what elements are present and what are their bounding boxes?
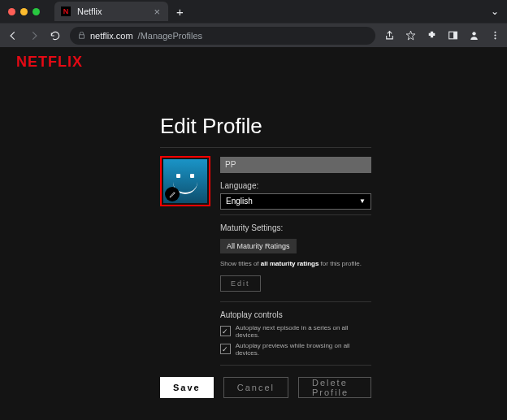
divider <box>220 301 371 302</box>
autoplay-next-label: Autoplay next episode in a series on all… <box>236 324 371 339</box>
profile-name-input[interactable] <box>220 157 371 173</box>
maturity-badge: All Maturity Ratings <box>220 239 297 253</box>
maturity-desc-suffix: for this profile. <box>318 260 361 267</box>
minimize-window-button[interactable] <box>20 8 28 15</box>
profile-row: Language: English ▼ <box>160 156 371 210</box>
netflix-logo[interactable]: NETFLIX <box>16 54 83 71</box>
toolbar-right <box>384 30 500 41</box>
tab-favicon: N <box>61 6 71 16</box>
maturity-desc-bold: all maturity ratings <box>261 260 319 267</box>
language-label: Language: <box>220 181 371 190</box>
autoplay-next-checkbox[interactable]: ✓ <box>220 326 231 336</box>
language-value: English <box>226 197 253 206</box>
bookmark-icon[interactable] <box>405 30 416 41</box>
divider <box>220 214 371 215</box>
svg-rect-1 <box>453 32 457 39</box>
tab-title: Netflix <box>77 6 147 16</box>
svg-point-2 <box>472 32 475 35</box>
edit-avatar-icon[interactable] <box>165 187 180 201</box>
cancel-button[interactable]: Cancel <box>223 377 288 398</box>
avatar[interactable] <box>160 156 210 206</box>
panel-icon[interactable] <box>447 30 458 41</box>
svg-point-5 <box>494 37 496 39</box>
language-select[interactable]: English ▼ <box>220 193 371 210</box>
page-body: NETFLIX Edit Profile Language: English ▼ <box>0 47 507 420</box>
extensions-icon[interactable] <box>426 30 437 41</box>
new-tab-button[interactable]: + <box>176 5 184 19</box>
maturity-description: Show titles of all maturity ratings for … <box>220 260 371 267</box>
autoplay-previews-row: ✓ Autoplay previews while browsing on al… <box>220 342 371 357</box>
profile-fields: Language: English ▼ <box>220 156 371 210</box>
svg-point-4 <box>494 34 496 36</box>
browser-chrome: N Netflix × + ⌄ netflix.com/ManageProfil… <box>0 0 507 47</box>
lock-icon <box>78 32 85 39</box>
maximize-window-button[interactable] <box>32 8 40 15</box>
autoplay-next-row: ✓ Autoplay next episode in a series on a… <box>220 324 371 339</box>
url-host: netflix.com <box>90 31 133 41</box>
window-controls <box>8 8 40 15</box>
edit-profile-panel: Edit Profile Language: English ▼ <box>160 47 371 398</box>
tab-bar: N Netflix × + ⌄ <box>0 0 507 23</box>
maturity-section: Maturity Settings: All Maturity Ratings … <box>220 214 371 366</box>
menu-icon[interactable] <box>489 30 500 41</box>
maturity-edit-button[interactable]: Edit <box>220 275 261 292</box>
page-title: Edit Profile <box>160 114 371 139</box>
save-button[interactable]: Save <box>160 377 214 398</box>
divider <box>220 365 371 366</box>
autoplay-previews-checkbox[interactable]: ✓ <box>220 344 231 354</box>
autoplay-previews-label: Autoplay previews while browsing on all … <box>236 342 371 357</box>
reload-button[interactable] <box>49 30 62 41</box>
maturity-title: Maturity Settings: <box>220 223 371 232</box>
profile-icon[interactable] <box>468 30 479 41</box>
autoplay-title: Autoplay controls <box>220 310 371 319</box>
delete-profile-button[interactable]: Delete Profile <box>298 377 371 398</box>
divider <box>160 147 371 148</box>
forward-button[interactable] <box>28 30 41 41</box>
share-icon[interactable] <box>384 30 395 41</box>
back-button[interactable] <box>6 30 20 41</box>
button-row: Save Cancel Delete Profile <box>160 377 371 398</box>
url-input[interactable]: netflix.com/ManageProfiles <box>70 27 375 45</box>
url-path: /ManageProfiles <box>138 31 203 41</box>
tab-close-icon[interactable]: × <box>154 6 160 17</box>
address-bar: netflix.com/ManageProfiles <box>0 23 507 47</box>
close-window-button[interactable] <box>8 8 15 15</box>
maturity-desc-prefix: Show titles of <box>220 260 261 267</box>
tabbar-chevron-icon[interactable]: ⌄ <box>491 6 499 17</box>
chevron-down-icon: ▼ <box>359 197 366 205</box>
browser-tab[interactable]: N Netflix × <box>54 2 168 21</box>
svg-point-3 <box>494 32 496 33</box>
